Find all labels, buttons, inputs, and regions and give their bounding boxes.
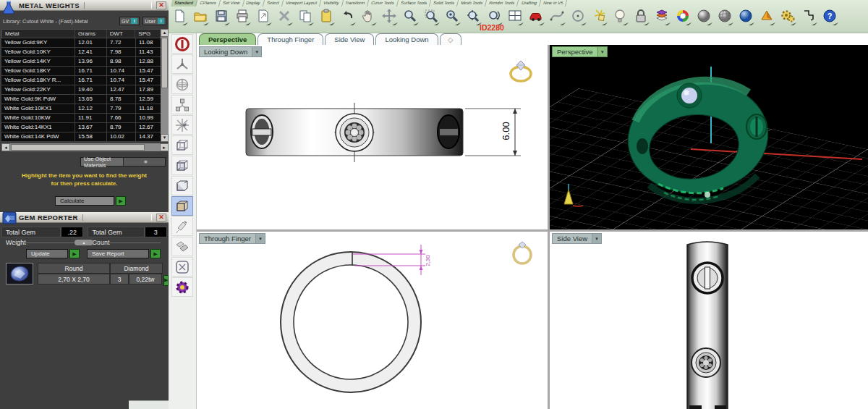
materials-dropdown[interactable]: Use Object Materials bbox=[80, 157, 166, 166]
undo-icon[interactable] bbox=[340, 9, 356, 28]
calculate-go-icon[interactable] bbox=[116, 196, 126, 206]
zoom-dynamic-icon[interactable] bbox=[403, 9, 419, 28]
user-toggle-indicator[interactable]: I bbox=[158, 18, 164, 24]
metal-weights-titlebar[interactable]: METAL WEIGHTS ✕ bbox=[0, 0, 169, 11]
table-row[interactable]: Yellow Gold:10KY12.417.9811.43 bbox=[1, 48, 161, 57]
propeller-icon[interactable] bbox=[171, 54, 193, 74]
delete-icon[interactable] bbox=[277, 9, 293, 28]
toolbar-tab[interactable]: Mesh Tools bbox=[457, 0, 487, 7]
cone-icon[interactable] bbox=[760, 9, 775, 28]
history-link-icon[interactable] bbox=[801, 9, 817, 28]
col-metal[interactable]: Metal bbox=[2, 30, 75, 38]
table-row[interactable]: White Gold:9K PdW13.658.7812.59 bbox=[1, 95, 161, 104]
metal-weights-close-icon[interactable]: ✕ bbox=[156, 1, 166, 9]
viewport-through-finger[interactable]: Through Finger 2,30 bbox=[197, 232, 548, 409]
scroll-down-icon[interactable] bbox=[161, 134, 169, 142]
toolbar-tab[interactable]: Viewport Layout bbox=[282, 0, 321, 7]
pattern-square-icon[interactable] bbox=[171, 257, 193, 277]
update-button[interactable]: Update bbox=[26, 249, 68, 258]
scroll-thumb[interactable] bbox=[11, 144, 145, 151]
toolbar-tab[interactable]: Standard bbox=[171, 0, 197, 7]
table-row[interactable]: White Gold:14KX113.678.7912.67 bbox=[1, 123, 161, 132]
viewport-looking-down[interactable]: Looking Down bbox=[197, 45, 548, 229]
toolbar-tab[interactable]: Set View bbox=[219, 0, 244, 7]
rendered-sphere-icon[interactable] bbox=[739, 9, 754, 28]
tab-new-viewport-icon[interactable]: ◇ bbox=[440, 33, 461, 45]
smart-snap-icon[interactable] bbox=[171, 115, 193, 135]
col-grams[interactable]: Grams bbox=[75, 30, 107, 38]
toolbar-tab[interactable]: Visibility bbox=[319, 0, 343, 7]
tab-through-finger[interactable]: Through Finger bbox=[258, 33, 323, 45]
help-icon[interactable]: ? bbox=[822, 9, 838, 28]
move-icon[interactable] bbox=[382, 9, 398, 28]
copy-icon[interactable] bbox=[298, 9, 314, 28]
save-report-go-icon[interactable] bbox=[150, 249, 161, 258]
paste-icon[interactable] bbox=[319, 9, 335, 28]
toolbar-tab[interactable]: New in V5 bbox=[539, 0, 567, 7]
user-toggle-button[interactable]: User I bbox=[142, 17, 166, 25]
gem-row[interactable]: Round Diamond 2,70 X 2,70 3 0,22tw bbox=[6, 263, 163, 286]
table-row[interactable]: Yellow Gold:14KY13.968.9812.88 bbox=[1, 57, 161, 67]
gem-value-row[interactable]: 2,70 X 2,70 3 0,22tw bbox=[38, 274, 163, 284]
toolbar-tab[interactable]: Surface Tools bbox=[397, 0, 431, 7]
tab-looking-down[interactable]: Looking Down bbox=[375, 33, 438, 45]
new-document-icon[interactable] bbox=[172, 9, 188, 28]
dropdown-icon[interactable] bbox=[123, 158, 166, 166]
export-page-icon[interactable] bbox=[256, 9, 272, 28]
cube-wire-1-icon[interactable] bbox=[171, 135, 193, 155]
viewport-dropdown-icon[interactable] bbox=[592, 234, 601, 243]
red-car-icon[interactable] bbox=[529, 9, 545, 28]
sweep-tool-icon[interactable] bbox=[171, 237, 193, 256]
pan-hand-icon[interactable] bbox=[361, 9, 377, 28]
gem-reporter-close-icon[interactable]: ✕ bbox=[156, 214, 166, 222]
sparkle-icon[interactable] bbox=[592, 9, 608, 28]
scroll-up-icon[interactable] bbox=[161, 29, 169, 37]
toolbar-tab[interactable]: Solid Tools bbox=[430, 0, 459, 7]
viewport-label-looking-down[interactable]: Looking Down bbox=[199, 46, 262, 57]
viewport-label-side-view[interactable]: Side View bbox=[552, 233, 602, 244]
cube-shaded-selected-icon[interactable] bbox=[171, 196, 193, 216]
perspective-render[interactable] bbox=[550, 45, 868, 229]
settings-gears-icon[interactable] bbox=[780, 9, 796, 28]
table-row[interactable]: White Gold:14K PdW15.5810.0214.37 bbox=[1, 132, 161, 142]
gear-purple-icon[interactable] bbox=[171, 277, 193, 297]
table-row[interactable]: Yellow Gold:22KY19.4012.4717.89 bbox=[1, 85, 161, 95]
through-finger-drawing[interactable]: 2,30 bbox=[197, 232, 548, 409]
viewport-label-through-finger[interactable]: Through Finger bbox=[199, 233, 265, 244]
gv-toggle-button[interactable]: GV I bbox=[119, 17, 140, 25]
lock-icon[interactable] bbox=[634, 9, 650, 28]
globe-snap-icon[interactable] bbox=[171, 75, 193, 94]
table-row[interactable]: Yellow Gold:9KY12.017.7211.08 bbox=[1, 38, 161, 48]
color-wheel-icon[interactable] bbox=[676, 9, 692, 28]
looking-down-drawing[interactable]: 6.00 bbox=[197, 45, 548, 229]
cube-wire-3-icon[interactable] bbox=[171, 176, 193, 195]
side-view-drawing[interactable] bbox=[550, 232, 868, 409]
toolbar-tab[interactable]: Render Tools bbox=[485, 0, 519, 7]
scroll-thumb[interactable] bbox=[161, 38, 168, 88]
lightbulb-icon[interactable] bbox=[613, 9, 629, 28]
viewport-dropdown-icon[interactable] bbox=[252, 47, 261, 56]
pour-material-icon[interactable] bbox=[171, 216, 193, 236]
col-dwt[interactable]: DWT bbox=[107, 30, 136, 38]
toolbar-tab[interactable]: Drafting bbox=[517, 0, 540, 7]
toolbar-tab[interactable]: Display bbox=[242, 0, 265, 7]
layers-icon[interactable] bbox=[655, 9, 671, 28]
table-row[interactable]: Yellow Gold:18KY16.7110.7415.47 bbox=[1, 67, 161, 76]
table-vertical-scrollbar[interactable] bbox=[161, 29, 169, 142]
circle-tool-icon[interactable] bbox=[571, 9, 587, 28]
col-spg[interactable]: SPG bbox=[135, 30, 160, 38]
table-row[interactable]: White Gold:10KX112.127.7911.18 bbox=[1, 104, 161, 114]
update-go-icon[interactable] bbox=[69, 249, 80, 258]
save-report-button[interactable]: Save Report bbox=[87, 249, 149, 258]
cube-wire-2-icon[interactable] bbox=[171, 156, 193, 175]
shaded-sphere-icon[interactable] bbox=[697, 9, 712, 28]
toolbar-tab[interactable]: CPlanes bbox=[196, 0, 221, 7]
gem-reporter-titlebar[interactable]: GEM REPORTER ✕ bbox=[0, 212, 169, 223]
viewport-layout-icon[interactable] bbox=[508, 9, 524, 28]
ghosted-sphere-icon[interactable] bbox=[718, 9, 733, 28]
calculate-button[interactable]: Calculate bbox=[55, 196, 114, 206]
toolbar-tab[interactable]: Transform bbox=[341, 0, 369, 7]
collapse-handle-icon[interactable] bbox=[75, 240, 93, 245]
print-icon[interactable] bbox=[235, 9, 251, 28]
zoom-window-icon[interactable] bbox=[424, 9, 440, 28]
